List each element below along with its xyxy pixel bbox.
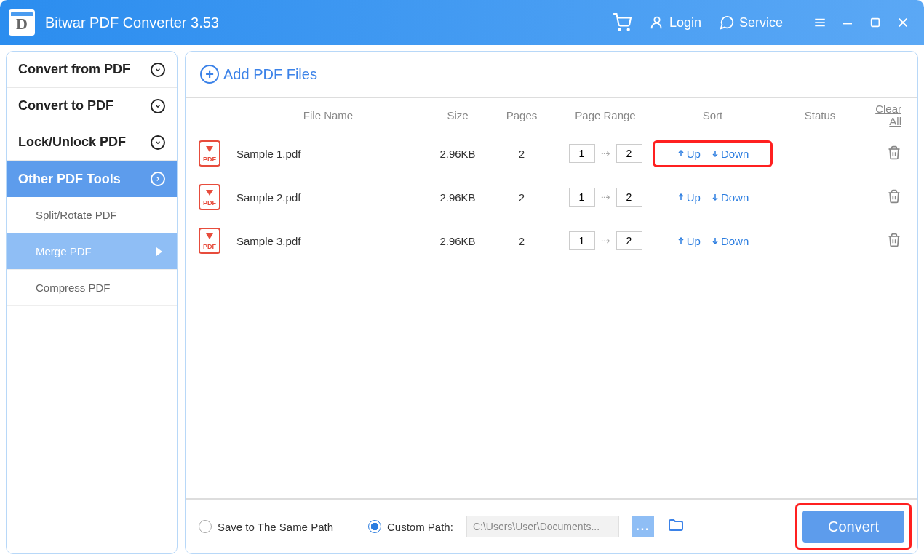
chevron-down-icon xyxy=(151,135,165,150)
page-range-to[interactable] xyxy=(616,188,642,207)
chevron-right-icon xyxy=(151,172,165,186)
radio-checked-icon xyxy=(368,520,381,533)
sidebar: Convert from PDF Convert to PDF Lock/Unl… xyxy=(6,51,178,554)
svg-point-0 xyxy=(619,29,621,31)
svg-point-2 xyxy=(654,17,659,23)
file-name: Sample 2.pdf xyxy=(234,191,423,204)
cart-button[interactable] xyxy=(613,13,632,32)
sidebar-section-lock-unlock-pdf[interactable]: Lock/Unlock PDF xyxy=(7,124,177,161)
save-same-path-option[interactable]: Save to The Same Path xyxy=(199,520,333,533)
login-button[interactable]: Login xyxy=(649,15,701,31)
sidebar-sub-compress-pdf[interactable]: Compress PDF xyxy=(7,270,177,306)
menu-icon xyxy=(813,15,827,30)
close-button[interactable] xyxy=(896,16,909,29)
col-page-range: Page Range xyxy=(551,109,660,121)
main: Convert from PDF Convert to PDF Lock/Unl… xyxy=(0,45,924,560)
sort-up-button[interactable]: Up xyxy=(677,191,701,204)
browse-path-button[interactable]: ... xyxy=(632,516,654,537)
trash-icon xyxy=(887,233,901,247)
custom-path-option[interactable]: Custom Path: xyxy=(368,520,453,533)
pdf-file-icon: PDF xyxy=(199,140,220,167)
sort-down-button[interactable]: Down xyxy=(711,148,749,160)
sort-up-button[interactable]: Up xyxy=(677,235,701,247)
file-name: Sample 3.pdf xyxy=(234,235,423,247)
arrow-down-icon xyxy=(711,148,720,159)
file-rows: PDF Sample 1.pdf 2.96KB 2 ⇢ Up Down PDF … xyxy=(186,132,917,498)
svg-rect-10 xyxy=(872,19,880,27)
trash-icon xyxy=(887,145,901,160)
arrow-right-icon: ⇢ xyxy=(601,191,610,204)
clear-all-button[interactable]: Clear All xyxy=(875,103,912,127)
arrow-up-icon xyxy=(677,192,685,202)
page-range-to[interactable] xyxy=(616,144,642,163)
arrow-up-icon xyxy=(677,148,685,159)
table-row: PDF Sample 2.pdf 2.96KB 2 ⇢ Up Down xyxy=(186,175,917,219)
col-sort: Sort xyxy=(660,109,765,121)
custom-path-input[interactable] xyxy=(466,516,619,537)
title-bar: D Bitwar PDF Converter 3.53 Login Servic… xyxy=(0,0,924,45)
maximize-button[interactable] xyxy=(869,16,882,29)
minimize-button[interactable] xyxy=(841,16,854,29)
chevron-down-icon xyxy=(151,63,165,77)
trash-icon xyxy=(887,189,901,204)
file-pages: 2 xyxy=(493,148,551,160)
sidebar-section-convert-to-pdf[interactable]: Convert to PDF xyxy=(7,88,177,124)
close-icon xyxy=(896,16,909,29)
minimize-icon xyxy=(841,16,854,29)
pdf-file-icon: PDF xyxy=(199,228,220,254)
chevron-down-icon xyxy=(151,99,165,113)
file-pages: 2 xyxy=(493,191,551,204)
arrow-up-icon xyxy=(677,236,685,246)
file-name: Sample 1.pdf xyxy=(234,148,423,160)
col-pages: Pages xyxy=(493,109,551,121)
app-title: Bitwar PDF Converter 3.53 xyxy=(45,15,613,31)
content-panel: + Add PDF Files File Name Size Pages Pag… xyxy=(185,51,918,554)
arrow-down-icon xyxy=(711,192,720,202)
file-pages: 2 xyxy=(493,235,551,247)
page-range-from[interactable] xyxy=(569,231,595,250)
folder-icon xyxy=(667,516,685,534)
add-pdf-files-button[interactable]: + Add PDF Files xyxy=(200,65,317,84)
col-size: Size xyxy=(423,109,493,121)
file-size: 2.96KB xyxy=(423,191,493,204)
delete-row-button[interactable] xyxy=(887,193,901,206)
col-file-name: File Name xyxy=(234,109,423,121)
sidebar-section-convert-from-pdf[interactable]: Convert from PDF xyxy=(7,52,177,88)
service-button[interactable]: Service xyxy=(719,15,783,31)
add-files-bar: + Add PDF Files xyxy=(186,52,917,98)
maximize-icon xyxy=(869,17,881,28)
pdf-file-icon: PDF xyxy=(199,184,220,210)
open-folder-button[interactable] xyxy=(667,516,685,537)
file-size: 2.96KB xyxy=(423,148,493,160)
arrow-right-icon: ⇢ xyxy=(601,234,610,247)
page-range-to[interactable] xyxy=(616,231,642,250)
arrow-right-icon: ⇢ xyxy=(601,147,610,160)
sidebar-sub-merge-pdf[interactable]: Merge PDF xyxy=(7,233,177,270)
cart-icon xyxy=(613,13,632,32)
sort-down-button[interactable]: Down xyxy=(711,235,749,247)
col-status: Status xyxy=(765,109,875,121)
sort-up-button[interactable]: Up xyxy=(677,148,701,160)
svg-point-1 xyxy=(628,29,629,31)
sidebar-section-other-pdf-tools[interactable]: Other PDF Tools xyxy=(7,161,177,197)
delete-row-button[interactable] xyxy=(887,237,901,249)
sidebar-sub-split-rotate[interactable]: Split/Rotate PDF xyxy=(7,197,177,233)
app-icon: D xyxy=(9,9,35,36)
bottom-bar: Save to The Same Path Custom Path: ... C… xyxy=(186,498,917,553)
table-header: File Name Size Pages Page Range Sort Sta… xyxy=(186,98,917,132)
radio-unchecked-icon xyxy=(199,520,212,533)
plus-icon: + xyxy=(200,65,219,84)
chat-icon xyxy=(719,15,735,31)
table-row: PDF Sample 3.pdf 2.96KB 2 ⇢ Up Down xyxy=(186,219,917,263)
file-size: 2.96KB xyxy=(423,235,493,247)
page-range-from[interactable] xyxy=(569,144,595,163)
user-icon xyxy=(649,15,665,31)
table-row: PDF Sample 1.pdf 2.96KB 2 ⇢ Up Down xyxy=(186,132,917,175)
delete-row-button[interactable] xyxy=(887,150,901,162)
page-range-from[interactable] xyxy=(569,188,595,207)
arrow-down-icon xyxy=(711,236,720,246)
menu-button[interactable] xyxy=(813,16,827,29)
sort-down-button[interactable]: Down xyxy=(711,191,749,204)
convert-button[interactable]: Convert xyxy=(802,511,904,543)
